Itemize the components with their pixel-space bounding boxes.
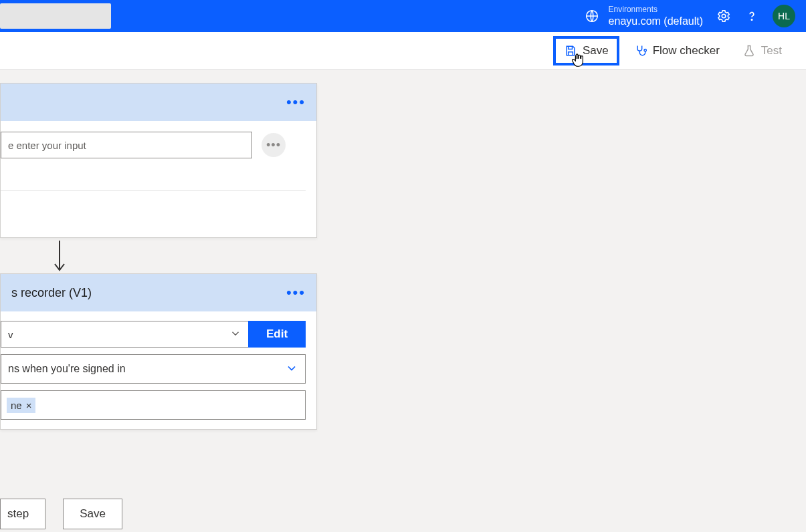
environment-selector[interactable]: Environments enayu.com (default): [585, 5, 703, 27]
avatar[interactable]: HL: [773, 5, 795, 27]
divider: [1, 190, 306, 191]
new-step-label: step: [7, 507, 29, 520]
trigger-card[interactable]: ••• •••: [0, 83, 317, 238]
save-bottom-label: Save: [80, 507, 106, 520]
edit-button[interactable]: Edit: [248, 321, 306, 348]
action-card-title: s recorder (V1): [11, 286, 92, 300]
flow-select[interactable]: v: [1, 321, 248, 348]
svg-point-1: [722, 14, 726, 18]
action-card[interactable]: s recorder (V1) ••• v Edit ns when you'r…: [0, 273, 317, 430]
flask-icon: [742, 44, 756, 57]
svg-point-2: [751, 19, 752, 20]
toolbar: Save Flow checker Test: [0, 32, 806, 70]
stethoscope-icon: [634, 44, 647, 57]
flow-canvas: ••• ••• s recorder (V1) ••• v: [0, 70, 806, 532]
action-card-body: v Edit ns when you're signed in: [1, 311, 316, 420]
ellipsis-icon[interactable]: •••: [286, 284, 306, 301]
save-bottom-button[interactable]: Save: [63, 499, 122, 529]
test-button[interactable]: Test: [734, 39, 790, 63]
search-input[interactable]: [0, 3, 111, 29]
globe-icon: [585, 9, 599, 23]
trigger-input[interactable]: [1, 132, 252, 158]
flow-checker-button[interactable]: Flow checker: [626, 39, 728, 63]
gear-icon[interactable]: [716, 9, 731, 23]
environment-name: enayu.com (default): [609, 15, 703, 27]
test-button-label: Test: [761, 44, 782, 57]
top-bar: Environments enayu.com (default) HL: [0, 0, 806, 32]
trigger-card-header[interactable]: •••: [1, 84, 316, 121]
trigger-card-body: •••: [1, 121, 316, 158]
bottom-actions: step Save: [0, 499, 122, 529]
avatar-initials: HL: [778, 11, 790, 21]
save-button[interactable]: Save: [553, 36, 619, 65]
run-mode-value: ns when you're signed in: [8, 363, 126, 375]
top-bar-left: [0, 3, 111, 29]
input-more-icon[interactable]: •••: [262, 133, 286, 157]
flow-checker-label: Flow checker: [653, 44, 720, 57]
save-button-label: Save: [583, 44, 609, 57]
save-icon: [564, 44, 577, 57]
new-step-button[interactable]: step: [0, 499, 45, 529]
environment-label: Environments: [609, 5, 703, 14]
token-label: ne: [11, 400, 22, 411]
edit-button-label: Edit: [266, 327, 288, 340]
top-bar-right: Environments enayu.com (default) HL: [585, 5, 795, 27]
svg-point-3: [644, 49, 646, 51]
ellipsis-icon[interactable]: •••: [286, 94, 306, 111]
chevron-down-icon: [229, 327, 241, 342]
parameter-input[interactable]: ne ×: [1, 390, 306, 420]
help-icon[interactable]: [744, 9, 759, 23]
dynamic-token[interactable]: ne ×: [7, 398, 35, 413]
close-icon[interactable]: ×: [26, 400, 32, 411]
chevron-down-icon: [285, 362, 298, 377]
run-mode-select[interactable]: ns when you're signed in: [1, 354, 306, 384]
arrow-down-icon: [49, 238, 70, 273]
action-card-header[interactable]: s recorder (V1) •••: [1, 274, 316, 311]
flow-select-value: v: [8, 329, 13, 340]
